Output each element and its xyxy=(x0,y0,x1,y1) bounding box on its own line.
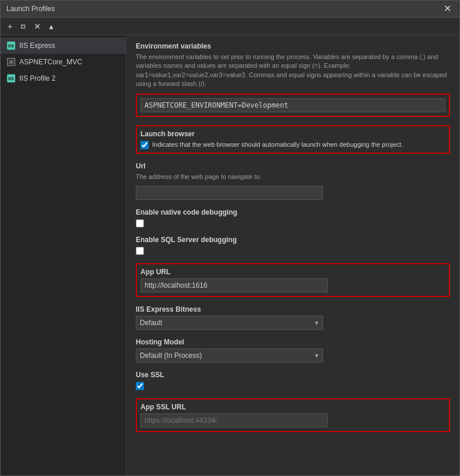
close-button[interactable]: ✕ xyxy=(441,4,454,13)
url-input[interactable] xyxy=(136,186,323,200)
app-ssl-url-section: App SSL URL xyxy=(136,398,450,432)
sql-debug-section: Enable SQL Server debugging xyxy=(136,236,450,255)
aspnetcore-icon: ▦ xyxy=(6,57,16,67)
native-debug-section: Enable native code debugging xyxy=(136,208,450,227)
native-debug-title: Enable native code debugging xyxy=(136,208,450,216)
app-url-title: App URL xyxy=(140,268,445,276)
sql-debug-title: Enable SQL Server debugging xyxy=(136,236,450,244)
clone-profile-button[interactable]: ⧈ xyxy=(18,20,28,32)
launch-browser-section: Launch browser Indicates that the web br… xyxy=(136,125,450,154)
sidebar-item-iis-express[interactable]: IIS IIS Express xyxy=(1,37,126,54)
dialog-title: Launch Profiles xyxy=(6,5,55,13)
url-section: Url The address of the web page to navig… xyxy=(136,162,450,200)
settings-panel: Environment variables The environment va… xyxy=(126,35,459,475)
profile-list: IIS IIS Express ▦ ASPNETCore_MVC IIS IIS… xyxy=(1,35,126,475)
app-url-input[interactable] xyxy=(140,278,328,292)
iis-profile2-icon: IIS xyxy=(6,74,16,83)
env-vars-title: Environment variables xyxy=(136,42,450,50)
move-up-button[interactable]: ▴ xyxy=(47,20,56,32)
sidebar-item-label: ASPNETCore_MVC xyxy=(19,58,82,66)
sql-debug-checkbox[interactable] xyxy=(136,247,144,255)
hosting-model-title: Hosting Model xyxy=(136,338,450,346)
iis-bitness-wrapper: Default x86 x64 xyxy=(136,316,323,330)
app-ssl-url-input[interactable] xyxy=(140,413,328,427)
use-ssl-title: Use SSL xyxy=(136,371,450,379)
launch-browser-label: Indicates that the web browser should au… xyxy=(152,140,403,149)
env-vars-input[interactable] xyxy=(140,98,445,112)
env-vars-desc: The environment variables to set prior t… xyxy=(136,53,450,89)
sidebar-item-aspnetcore-mvc[interactable]: ▦ ASPNETCore_MVC xyxy=(1,54,126,70)
env-vars-highlight xyxy=(136,94,450,117)
add-profile-button[interactable]: + xyxy=(5,20,15,32)
hosting-model-select[interactable]: Default (In Process) In Process Out Of P… xyxy=(136,349,323,363)
hosting-model-section: Hosting Model Default (In Process) In Pr… xyxy=(136,338,450,363)
sidebar-item-label: IIS Express xyxy=(19,42,55,50)
env-vars-section: Environment variables The environment va… xyxy=(136,42,450,117)
app-ssl-url-title: App SSL URL xyxy=(140,403,445,411)
remove-profile-button[interactable]: ✕ xyxy=(32,20,43,32)
use-ssl-section: Use SSL xyxy=(136,371,450,390)
hosting-model-wrapper: Default (In Process) In Process Out Of P… xyxy=(136,349,323,363)
launch-browser-checkbox[interactable] xyxy=(140,141,149,149)
iis-bitness-select[interactable]: Default x86 x64 xyxy=(136,316,323,330)
iis-bitness-section: IIS Express Bitness Default x86 x64 xyxy=(136,305,450,330)
app-url-section: App URL xyxy=(136,263,450,297)
sidebar-item-label: IIS Profile 2 xyxy=(19,74,56,82)
url-title: Url xyxy=(136,162,450,170)
iis-express-icon: IIS xyxy=(6,41,16,50)
native-debug-checkbox[interactable] xyxy=(136,219,144,227)
url-desc: The address of the web page to navigate … xyxy=(136,173,450,181)
launch-browser-title: Launch browser xyxy=(140,130,445,138)
iis-bitness-title: IIS Express Bitness xyxy=(136,305,450,313)
sidebar-item-iis-profile-2[interactable]: IIS IIS Profile 2 xyxy=(1,70,126,87)
use-ssl-checkbox[interactable] xyxy=(136,382,144,390)
